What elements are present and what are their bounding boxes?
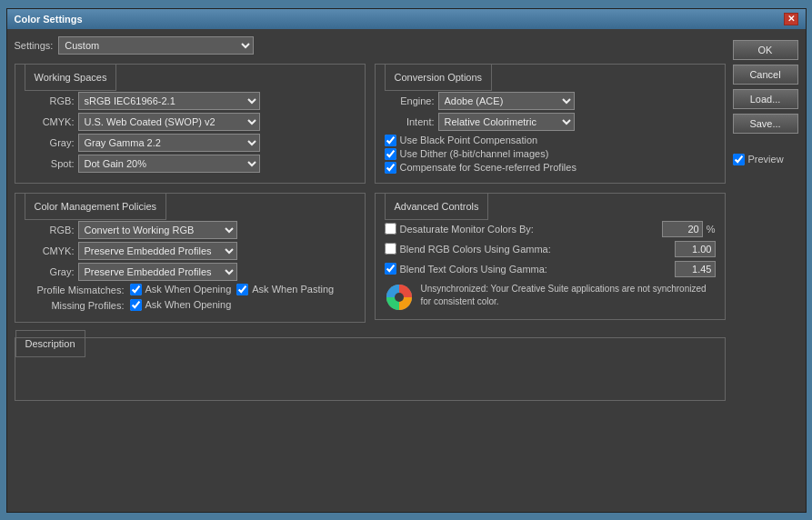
blend-text-label: Blend Text Colors Using Gamma: xyxy=(400,264,671,275)
missing-ask-opening: Ask When Opening xyxy=(130,299,232,311)
engine-row: Engine: Adobe (ACE) xyxy=(385,92,716,110)
conversion-options-group: Conversion Options Engine: Adobe (ACE) I… xyxy=(375,64,726,184)
blend-rgb-row: Blend RGB Colors Using Gamma: xyxy=(385,241,716,257)
save-button[interactable]: Save... xyxy=(733,114,798,134)
conversion-options-inner: Engine: Adobe (ACE) Intent: Relative Col… xyxy=(385,83,716,174)
preview-label: Preview xyxy=(748,154,784,165)
intent-select[interactable]: Relative Colorimetric xyxy=(438,113,575,131)
missing-profiles-row: Missing Profiles: Ask When Opening xyxy=(25,299,356,313)
missing-ask-opening-checkbox[interactable] xyxy=(130,299,142,311)
blend-rgb-checkbox[interactable] xyxy=(385,243,396,255)
load-button[interactable]: Load... xyxy=(733,89,798,109)
cmyk-row: CMYK: U.S. Web Coated (SWOP) v2 xyxy=(25,113,356,131)
blend-rgb-input[interactable] xyxy=(675,241,716,257)
left-panel: Working Spaces RGB: sRGB IEC61966-2.1 CM… xyxy=(15,64,366,326)
rgb-label: RGB: xyxy=(25,95,75,106)
profile-mismatches-label: Profile Mismatches: xyxy=(25,285,125,295)
scene-checkbox[interactable] xyxy=(385,162,396,174)
intent-row: Intent: Relative Colorimetric xyxy=(385,113,716,131)
settings-select[interactable]: Custom xyxy=(58,36,254,55)
spot-row: Spot: Dot Gain 20% xyxy=(25,155,356,173)
missing-ask-opening-label: Ask When Opening xyxy=(145,299,232,310)
cmyk-label: CMYK: xyxy=(25,116,75,127)
right-panel: Conversion Options Engine: Adobe (ACE) I… xyxy=(375,64,726,326)
color-management-inner: RGB: Convert to Working RGB CMYK: Preser… xyxy=(25,212,356,313)
advanced-controls-legend: Advanced Controls xyxy=(385,193,489,220)
two-columns: Working Spaces RGB: sRGB IEC61966-2.1 CM… xyxy=(15,64,726,326)
cm-gray-label: Gray: xyxy=(25,266,75,277)
ask-when-pasting: Ask When Pasting xyxy=(236,284,334,295)
cm-gray-row: Gray: Preserve Embedded Profiles xyxy=(25,263,356,281)
description-group: Description xyxy=(15,337,726,401)
intent-label: Intent: xyxy=(385,116,435,127)
cancel-button[interactable]: Cancel xyxy=(733,65,798,85)
ask-when-opening-mismatch-checkbox[interactable] xyxy=(130,284,142,295)
blend-rgb-label: Blend RGB Colors Using Gamma: xyxy=(400,244,671,255)
advanced-controls-inner: Desaturate Monitor Colors By: % Blend RG… xyxy=(385,212,716,312)
cm-cmyk-row: CMYK: Preserve Embedded Profiles xyxy=(25,242,356,260)
gray-select[interactable]: Gray Gamma 2.2 xyxy=(78,134,260,152)
ask-when-pasting-checkbox[interactable] xyxy=(236,284,248,295)
working-spaces-legend: Working Spaces xyxy=(25,64,117,91)
black-point-checkbox[interactable] xyxy=(385,135,396,146)
scene-label: Compensate for Scene-referred Profiles xyxy=(400,162,576,173)
close-button[interactable]: ✕ xyxy=(784,13,798,25)
desaturate-row: Desaturate Monitor Colors By: % xyxy=(385,221,716,237)
conversion-options-legend: Conversion Options xyxy=(385,64,493,91)
color-management-legend: Color Management Policies xyxy=(25,193,167,220)
ok-button[interactable]: OK xyxy=(733,40,798,60)
buttons-panel: OK Cancel Load... Save... Preview xyxy=(733,36,798,505)
blend-text-row: Blend Text Colors Using Gamma: xyxy=(385,261,716,277)
desaturate-checkbox[interactable] xyxy=(385,223,396,235)
dither-checkbox[interactable] xyxy=(385,148,396,160)
main-content: Settings: Custom Working Spaces RGB: xyxy=(15,36,726,505)
color-management-group: Color Management Policies RGB: Convert t… xyxy=(15,193,366,323)
unsync-row: Unsynchronized: Your Creative Suite appl… xyxy=(385,283,716,312)
working-spaces-inner: RGB: sRGB IEC61966-2.1 CMYK: U.S. Web Co… xyxy=(25,83,356,173)
settings-label: Settings: xyxy=(15,40,54,51)
dither-label: Use Dither (8-bit/channel images) xyxy=(400,148,549,159)
engine-select[interactable]: Adobe (ACE) xyxy=(438,92,575,110)
black-point-row: Use Black Point Compensation xyxy=(385,135,716,146)
cm-gray-select[interactable]: Preserve Embedded Profiles xyxy=(78,263,237,281)
working-spaces-group: Working Spaces RGB: sRGB IEC61966-2.1 CM… xyxy=(15,64,366,184)
dialog-title: Color Settings xyxy=(15,14,83,25)
btn-spacer xyxy=(733,138,798,145)
spot-select[interactable]: Dot Gain 20% xyxy=(78,155,260,173)
percent-symbol: % xyxy=(707,224,716,235)
preview-checkbox[interactable] xyxy=(733,154,745,165)
cm-rgb-label: RGB: xyxy=(25,225,75,235)
black-point-label: Use Black Point Compensation xyxy=(400,135,538,145)
color-settings-dialog: Color Settings ✕ Settings: Custom Workin… xyxy=(6,8,807,513)
spot-label: Spot: xyxy=(25,158,75,169)
profile-mismatches-row: Profile Mismatches: Ask When Opening Ask… xyxy=(25,284,356,297)
scene-row: Compensate for Scene-referred Profiles xyxy=(385,162,716,174)
color-wheel-icon xyxy=(385,283,414,312)
rgb-row: RGB: sRGB IEC61966-2.1 xyxy=(25,92,356,110)
cmyk-select[interactable]: U.S. Web Coated (SWOP) v2 xyxy=(78,113,260,131)
cm-rgb-select[interactable]: Convert to Working RGB xyxy=(78,221,237,239)
unsync-text: Unsynchronized: Your Creative Suite appl… xyxy=(421,283,716,308)
preview-row: Preview xyxy=(733,154,798,165)
settings-row: Settings: Custom xyxy=(15,36,726,55)
desaturate-input[interactable] xyxy=(662,221,703,237)
cm-rgb-row: RGB: Convert to Working RGB xyxy=(25,221,356,239)
cm-cmyk-select[interactable]: Preserve Embedded Profiles xyxy=(78,242,237,260)
svg-point-1 xyxy=(395,293,404,302)
blend-text-checkbox[interactable] xyxy=(385,263,396,275)
desaturate-label: Desaturate Monitor Colors By: xyxy=(400,224,658,235)
ask-when-opening-mismatch-label: Ask When Opening xyxy=(145,284,232,295)
dialog-body: Settings: Custom Working Spaces RGB: xyxy=(7,29,806,512)
gray-row: Gray: Gray Gamma 2.2 xyxy=(25,134,356,152)
engine-label: Engine: xyxy=(385,95,435,106)
ask-when-pasting-label: Ask When Pasting xyxy=(252,284,334,295)
title-bar: Color Settings ✕ xyxy=(7,9,806,29)
ask-when-opening-mismatch: Ask When Opening xyxy=(130,284,232,295)
dither-row: Use Dither (8-bit/channel images) xyxy=(385,148,716,160)
blend-text-input[interactable] xyxy=(675,261,716,277)
rgb-select[interactable]: sRGB IEC61966-2.1 xyxy=(78,92,260,110)
missing-profiles-label: Missing Profiles: xyxy=(25,300,125,311)
cm-cmyk-label: CMYK: xyxy=(25,245,75,256)
advanced-controls-group: Advanced Controls Desaturate Monitor Col… xyxy=(375,193,726,320)
description-legend: Description xyxy=(15,330,85,357)
